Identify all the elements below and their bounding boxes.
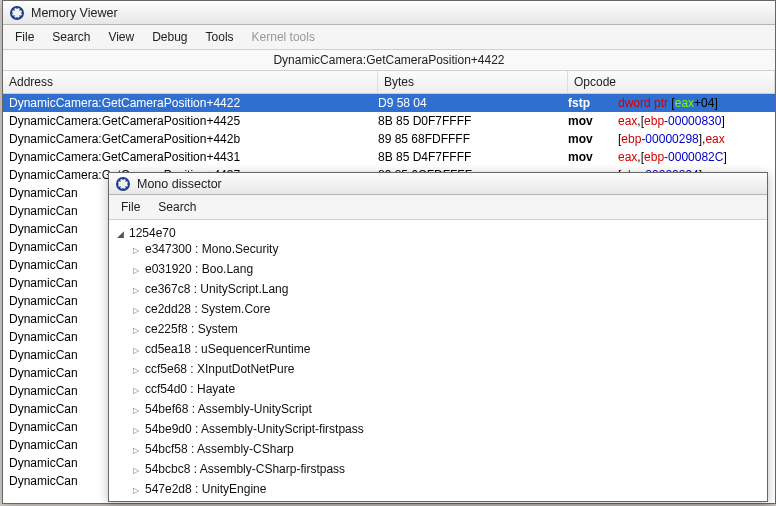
row-operands: eax,[ebp-00000830] <box>618 112 775 130</box>
tree-item[interactable]: cd5ea18 : uSequencerRuntime <box>117 340 759 360</box>
tree-item[interactable]: ccf5e68 : XInputDotNetPure <box>117 360 759 380</box>
menu-search[interactable]: Search <box>150 197 204 217</box>
row-bytes: D9 58 04 <box>378 94 568 112</box>
memory-viewer-titlebar[interactable]: Memory Viewer <box>3 1 775 25</box>
mono-dissector-title: Mono dissector <box>137 177 222 191</box>
assembly-tree[interactable]: 1254e70 e347300 : Mono.Securitye031920 :… <box>109 220 767 501</box>
tree-item[interactable]: ccf54d0 : Hayate <box>117 380 759 400</box>
mono-dissector-window: Mono dissector FileSearch 1254e70 e34730… <box>108 172 768 502</box>
row-address: DynamicCamera:GetCameraPosition+442b <box>3 130 378 148</box>
menu-kernel-tools: Kernel tools <box>244 27 323 47</box>
row-operands: eax,[ebp-0000082C] <box>618 148 775 166</box>
row-mnemonic: fstp <box>568 94 618 112</box>
tree-item[interactable]: e347300 : Mono.Security <box>117 240 759 260</box>
menu-search[interactable]: Search <box>44 27 98 47</box>
memory-viewer-address-path[interactable]: DynamicCamera:GetCameraPosition+4422 <box>3 50 775 71</box>
tree-item[interactable]: 547e2d8 : UnityEngine <box>117 480 759 500</box>
column-header-address[interactable]: Address <box>3 71 378 93</box>
row-address: DynamicCamera:GetCameraPosition+4431 <box>3 148 378 166</box>
tree-item[interactable]: 54bef68 : Assembly-UnityScript <box>117 400 759 420</box>
menu-tools[interactable]: Tools <box>198 27 242 47</box>
tree-item[interactable]: ce367c8 : UnityScript.Lang <box>117 280 759 300</box>
tree-item[interactable]: e031920 : Boo.Lang <box>117 260 759 280</box>
tree-root-node[interactable]: 1254e70 e347300 : Mono.Securitye031920 :… <box>117 226 759 501</box>
memory-viewer-title: Memory Viewer <box>31 6 118 20</box>
tree-item[interactable]: 54bcbc8 : Assembly-CSharp-firstpass <box>117 460 759 480</box>
row-mnemonic: mov <box>568 130 618 148</box>
tree-item[interactable]: 54be9d0 : Assembly-UnityScript-firstpass <box>117 420 759 440</box>
row-address: DynamicCamera:GetCameraPosition+4425 <box>3 112 378 130</box>
disassembly-row[interactable]: DynamicCamera:GetCameraPosition+4422D9 5… <box>3 94 775 112</box>
disassembly-row[interactable]: DynamicCamera:GetCameraPosition+44318B 8… <box>3 148 775 166</box>
memory-viewer-menubar: FileSearchViewDebugToolsKernel tools <box>3 25 775 50</box>
row-mnemonic: mov <box>568 148 618 166</box>
tree-item[interactable]: ce2dd28 : System.Core <box>117 300 759 320</box>
cheat-engine-icon <box>9 5 25 21</box>
row-bytes: 89 85 68FDFFFF <box>378 130 568 148</box>
column-header-bytes[interactable]: Bytes <box>378 71 568 93</box>
mono-dissector-titlebar[interactable]: Mono dissector <box>109 173 767 195</box>
disassembly-row[interactable]: DynamicCamera:GetCameraPosition+44258B 8… <box>3 112 775 130</box>
row-bytes: 8B 85 D4F7FFFF <box>378 148 568 166</box>
menu-debug[interactable]: Debug <box>144 27 195 47</box>
tree-item[interactable]: 54bcf58 : Assembly-CSharp <box>117 440 759 460</box>
tree-root-label: 1254e70 <box>117 226 176 240</box>
tree-item[interactable]: 5409af0 : mscorlib <box>117 500 759 501</box>
menu-file[interactable]: File <box>113 197 148 217</box>
row-bytes: 8B 85 D0F7FFFF <box>378 112 568 130</box>
row-operands: dword ptr [eax+04] <box>618 94 775 112</box>
column-header-opcode[interactable]: Opcode <box>568 71 775 93</box>
mono-dissector-menubar: FileSearch <box>109 195 767 220</box>
row-address: DynamicCamera:GetCameraPosition+4422 <box>3 94 378 112</box>
row-operands: [ebp-00000298],eax <box>618 130 775 148</box>
menu-file[interactable]: File <box>7 27 42 47</box>
memory-viewer-column-headers: Address Bytes Opcode <box>3 71 775 94</box>
tree-item[interactable]: ce225f8 : System <box>117 320 759 340</box>
row-mnemonic: mov <box>568 112 618 130</box>
menu-view[interactable]: View <box>100 27 142 47</box>
cheat-engine-icon <box>115 176 131 192</box>
disassembly-row[interactable]: DynamicCamera:GetCameraPosition+442b89 8… <box>3 130 775 148</box>
